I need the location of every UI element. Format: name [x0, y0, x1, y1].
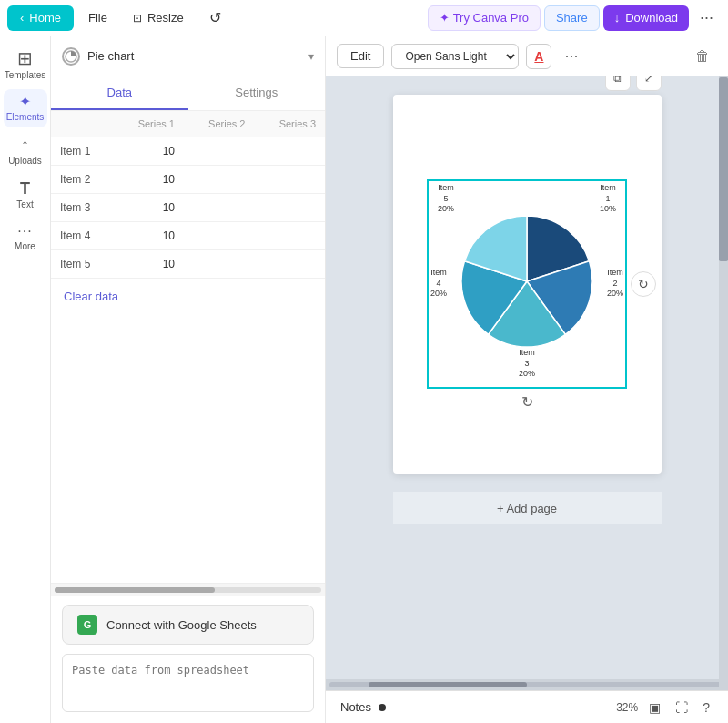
row-series2[interactable] — [184, 194, 254, 222]
copy-icon: ⧉ — [613, 76, 622, 85]
pie-chart-svg — [436, 190, 618, 372]
refresh-icon[interactable]: ↻ — [521, 393, 533, 411]
elements-label: Elements — [6, 112, 45, 122]
add-page-button[interactable]: + Add page — [393, 492, 662, 524]
sidebar-item-more[interactable]: ··· More — [4, 219, 47, 257]
page-controls-top: ⧉ ⤢ — [605, 76, 662, 91]
sidebar-item-elements[interactable]: ✦ Elements — [4, 89, 47, 127]
row-series2[interactable] — [184, 222, 254, 250]
canvas-toolbar: Edit Open Sans Light A ··· 🗑 — [326, 36, 728, 76]
file-button[interactable]: File — [77, 5, 118, 31]
row-label: Item 2 — [51, 166, 114, 194]
canvas-scroll[interactable]: ⧉ ⤢ Item110% — [326, 76, 728, 679]
edit-button[interactable]: Edit — [337, 44, 384, 68]
row-series1[interactable]: 10 — [114, 222, 184, 250]
tab-data-label: Data — [107, 86, 132, 99]
download-button[interactable]: ↓ Download — [603, 5, 689, 31]
font-select[interactable]: Open Sans Light — [391, 44, 519, 69]
sidebar-item-uploads[interactable]: ↑ Uploads — [4, 131, 47, 171]
tab-data[interactable]: Data — [51, 76, 188, 110]
row-label: Item 1 — [51, 137, 114, 166]
page-container: ⧉ ⤢ Item110% — [393, 95, 662, 661]
table-row: Item 3 10 — [51, 194, 325, 222]
more-options-button[interactable]: ··· — [693, 5, 721, 31]
text-label: Text — [16, 199, 33, 209]
scrollbar-track — [55, 587, 321, 593]
row-series3[interactable] — [254, 250, 325, 279]
table-row: Item 5 10 — [51, 250, 325, 279]
pie-chart-icon — [62, 47, 80, 66]
more-toolbar-button[interactable]: ··· — [559, 46, 583, 66]
chart-title: Pie chart — [87, 49, 301, 63]
notes-dot — [379, 704, 386, 711]
scrollbar-thumb — [55, 587, 215, 593]
page-card: Item110% Item220% Item320% Item420% Item… — [393, 95, 662, 474]
delete-button[interactable]: 🗑 — [688, 45, 717, 68]
canvas-horizontal-scrollbar[interactable] — [326, 679, 728, 690]
page-view-button[interactable]: ▣ — [645, 698, 664, 717]
data-table-wrapper[interactable]: Series 1 Series 2 Series 3 Item 1 10 Ite… — [51, 111, 325, 583]
panel-tabs: Data Settings — [51, 76, 325, 111]
font-color-button[interactable]: A — [526, 44, 551, 69]
google-sheets-button[interactable]: G Connect with Google Sheets — [62, 605, 314, 645]
row-series3[interactable] — [254, 194, 325, 222]
canvas-hscroll-track — [329, 682, 724, 687]
share-label: Share — [556, 11, 588, 25]
row-series1[interactable]: 10 — [114, 250, 184, 279]
add-page-label: + Add page — [497, 502, 557, 515]
row-label: Item 3 — [51, 194, 114, 222]
chart-right-controls: ↻ — [631, 271, 656, 297]
data-table: Series 1 Series 2 Series 3 Item 1 10 Ite… — [51, 111, 325, 279]
canvas-area: Edit Open Sans Light A ··· 🗑 ⧉ — [326, 36, 728, 723]
tab-settings[interactable]: Settings — [188, 76, 326, 110]
row-series3[interactable] — [254, 137, 325, 166]
tab-settings-label: Settings — [235, 86, 278, 99]
resize-label: Resize — [147, 11, 184, 25]
row-series2[interactable] — [184, 166, 254, 194]
refresh-chart-button[interactable]: ↻ — [631, 271, 656, 297]
more-label: More — [15, 241, 35, 251]
file-label: File — [88, 11, 107, 25]
try-pro-button[interactable]: ✦ Try Canva Pro — [428, 5, 541, 31]
home-label: Home — [29, 11, 61, 25]
help-button[interactable]: ? — [699, 698, 713, 717]
panel-header: Pie chart ▾ — [51, 36, 325, 76]
fullscreen-button[interactable]: ⛶ — [672, 698, 692, 717]
home-button[interactable]: ‹ Home — [7, 5, 74, 31]
edit-label: Edit — [350, 49, 370, 63]
row-series2[interactable] — [184, 137, 254, 166]
uploads-label: Uploads — [8, 156, 42, 166]
row-series1[interactable]: 10 — [114, 194, 184, 222]
expand-icon: ⤢ — [644, 76, 653, 85]
canvas-vscroll-thumb — [719, 77, 728, 261]
resize-icon: ⊡ — [133, 12, 142, 25]
notes-label[interactable]: Notes — [340, 700, 371, 714]
sidebar-item-text[interactable]: T Text — [4, 175, 47, 215]
try-pro-label: ✦ Try Canva Pro — [440, 11, 529, 25]
expand-page-button[interactable]: ⤢ — [636, 76, 662, 91]
bottom-bar: Notes 32% ▣ ⛶ ? — [326, 690, 728, 723]
row-series1[interactable]: 10 — [114, 137, 184, 166]
row-series3[interactable] — [254, 166, 325, 194]
horizontal-scrollbar[interactable] — [51, 583, 325, 596]
home-chevron-icon: ‹ — [20, 11, 24, 25]
canvas-vertical-scrollbar[interactable] — [719, 76, 728, 690]
col-header-series1: Series 1 — [114, 111, 184, 137]
chevron-down-icon[interactable]: ▾ — [308, 50, 314, 63]
undo-button[interactable]: ↺ — [198, 5, 232, 31]
row-series3[interactable] — [254, 222, 325, 250]
canvas-hscroll-thumb — [369, 682, 527, 687]
copy-page-button[interactable]: ⧉ — [605, 76, 631, 91]
download-label: Download — [625, 11, 678, 25]
paste-spreadsheet-input[interactable] — [62, 654, 314, 712]
row-series1[interactable]: 10 — [114, 166, 184, 194]
clear-data-link[interactable]: Clear data — [51, 279, 325, 314]
pie-chart-container[interactable]: Item110% Item220% Item320% Item420% Item… — [427, 179, 627, 389]
resize-button[interactable]: ⊡ Resize — [122, 5, 195, 31]
google-sheets-label: Connect with Google Sheets — [106, 618, 257, 632]
col-header-empty — [51, 111, 114, 137]
share-button[interactable]: Share — [544, 5, 600, 31]
row-series2[interactable] — [184, 250, 254, 279]
sidebar-item-templates[interactable]: ⊞ Templates — [4, 44, 47, 86]
panel: Pie chart ▾ Data Settings Series 1 Serie… — [51, 36, 326, 723]
